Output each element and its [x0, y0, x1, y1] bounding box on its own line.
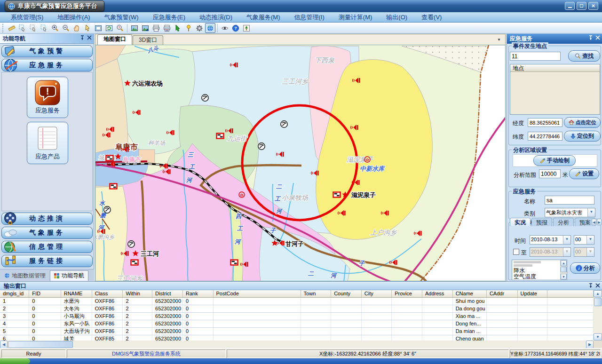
- visibility-eye-icon[interactable]: [220, 23, 230, 33]
- legend-tree-icon[interactable]: [241, 23, 252, 33]
- help-icon[interactable]: ?: [230, 23, 241, 33]
- menu-item[interactable]: 信息管理(I): [287, 12, 332, 23]
- sidebar-item-weather-service[interactable]: 气象服务: [1, 227, 93, 239]
- column-header[interactable]: RNAME: [61, 290, 92, 297]
- location-list-header[interactable]: 地点: [510, 64, 600, 72]
- menu-item[interactable]: 气象服务(M): [239, 12, 287, 23]
- menu-item[interactable]: 动态推演(D): [192, 12, 239, 23]
- hour-to-select[interactable]: 00▼: [574, 247, 594, 257]
- select-zoom-icon[interactable]: [28, 23, 39, 33]
- menu-item[interactable]: 测量计算(M): [332, 12, 380, 23]
- pin-icon[interactable]: [588, 283, 593, 288]
- zoom-in-icon[interactable]: [50, 23, 60, 33]
- table-row[interactable]: 60城关OXFF8526523020000Cheng guan: [0, 335, 594, 340]
- table-row[interactable]: 50大面场子沟OXFF8626523020000Da mian ...: [0, 327, 594, 335]
- tab-map-data-management[interactable]: 地图数据管理: [0, 270, 50, 281]
- output-horizontal-scrollbar[interactable]: ◀ ▶: [0, 340, 594, 348]
- identify-icon[interactable]: ?: [115, 23, 125, 33]
- to-checkbox[interactable]: [513, 249, 519, 255]
- start-button-fragment[interactable]: [0, 358, 30, 364]
- column-header[interactable]: Rank: [182, 290, 213, 297]
- printer-color-icon[interactable]: [162, 23, 172, 33]
- sidebar-item-dynamic-deduction[interactable]: 动态推演: [1, 213, 93, 225]
- column-header[interactable]: FID: [29, 290, 61, 297]
- layer-image-icon[interactable]: [129, 23, 140, 33]
- emergency-product-shortcut[interactable]: 应急产品: [27, 122, 68, 164]
- service-tab[interactable]: 分析: [553, 218, 574, 226]
- scroll-thumb[interactable]: [594, 298, 602, 306]
- list-scroll-up-icon[interactable]: ▲: [561, 260, 567, 266]
- pan-hand-icon[interactable]: [71, 23, 82, 33]
- location-search-input[interactable]: [510, 52, 561, 61]
- tab-map-window[interactable]: 地图窗口: [97, 34, 132, 45]
- select-copy-icon[interactable]: [17, 23, 28, 33]
- close-panel-icon[interactable]: [595, 283, 600, 288]
- printer-icon[interactable]: [151, 23, 161, 33]
- column-header[interactable]: District: [152, 290, 183, 297]
- settings-gear-icon[interactable]: [194, 23, 205, 33]
- menu-item[interactable]: 应急服务(E): [146, 12, 192, 23]
- set-range-button[interactable]: 设置: [569, 168, 599, 179]
- table-row[interactable]: 20大冬沟OXFF8626523020000Da dong gou: [0, 305, 594, 312]
- service-tab[interactable]: 预报: [531, 218, 552, 226]
- list-item[interactable]: 空气温度: [512, 274, 567, 280]
- hour-from-select[interactable]: 00▼: [574, 235, 594, 245]
- restore-button[interactable]: [577, 2, 586, 10]
- scroll-left-icon[interactable]: ◀: [0, 340, 8, 348]
- column-header[interactable]: Within: [123, 290, 152, 297]
- column-header[interactable]: PostCode: [213, 290, 301, 297]
- menu-item[interactable]: 地图操作(A): [50, 12, 97, 23]
- globe-3d-icon[interactable]: [205, 23, 215, 33]
- tab-function-nav[interactable]: 功能导航: [50, 270, 88, 281]
- sidebar-item-emergency-service[interactable]: 应急服务: [1, 59, 93, 71]
- click-locate-button[interactable]: 点击定位: [564, 117, 601, 128]
- menu-item[interactable]: 查看(V): [414, 12, 449, 23]
- date-from-select[interactable]: 2010-08-13▼: [530, 235, 571, 245]
- column-header[interactable]: Update: [517, 290, 547, 297]
- service-type-select[interactable]: 气象和洪水灾害▼: [545, 208, 595, 217]
- full-extent-icon[interactable]: [93, 23, 103, 33]
- list-scroll-thumb[interactable]: [561, 267, 567, 272]
- pin-icon[interactable]: [588, 35, 593, 40]
- list-scroll-down-icon[interactable]: ▼: [561, 274, 567, 280]
- tab-list-dropdown-icon[interactable]: ▼: [495, 36, 503, 43]
- manual-draw-button[interactable]: 手动绘制: [533, 155, 576, 166]
- sidebar-item-weather-warning[interactable]: 气象预警: [1, 45, 93, 57]
- analyze-button[interactable]: i 分析: [570, 262, 600, 274]
- column-header[interactable]: Town: [301, 290, 331, 297]
- scroll-up-icon[interactable]: ▲: [594, 290, 602, 297]
- locate-to-button[interactable]: 定位到: [564, 131, 601, 142]
- scroll-thumb[interactable]: [8, 341, 73, 348]
- green-pointer-icon[interactable]: [173, 23, 183, 33]
- column-header[interactable]: Address: [422, 290, 452, 297]
- close-panel-icon[interactable]: [595, 35, 600, 40]
- column-header[interactable]: Provice: [392, 290, 422, 297]
- sidebar-item-service-links[interactable]: 服务链接: [1, 255, 93, 267]
- refresh-view-icon[interactable]: [104, 23, 114, 33]
- service-tab[interactable]: 实况: [510, 218, 531, 226]
- analysis-range-input[interactable]: [539, 169, 561, 178]
- longitude-input[interactable]: [528, 118, 562, 127]
- analysis-item-list[interactable]: 降水空气温度 ▲ ▼: [512, 260, 567, 280]
- date-to-select[interactable]: 2010-08-13▼: [530, 247, 571, 257]
- select-pan-icon[interactable]: [39, 23, 49, 33]
- tabs-scroll-right-icon[interactable]: ▶: [597, 219, 602, 225]
- scroll-down-icon[interactable]: ▼: [594, 333, 602, 340]
- service-name-input[interactable]: [545, 196, 594, 205]
- tab-3d-window[interactable]: 3D窗口: [133, 35, 163, 45]
- column-header[interactable]: City: [361, 290, 391, 297]
- menu-item[interactable]: 气象预警(W): [97, 12, 146, 23]
- table-row[interactable]: 40东风一小队OXFF8626523020000Dong fen...: [0, 320, 594, 327]
- zoom-out-icon[interactable]: [61, 23, 71, 33]
- place-pin-icon[interactable]: [183, 23, 194, 33]
- menu-item[interactable]: 输出(O): [379, 12, 414, 23]
- column-header[interactable]: CName: [452, 290, 486, 297]
- column-header[interactable]: County: [331, 290, 362, 297]
- scroll-right-icon[interactable]: ▶: [586, 340, 594, 348]
- pointer-icon[interactable]: [82, 23, 93, 33]
- column-header[interactable]: CAddr: [486, 290, 517, 297]
- location-result-list[interactable]: 地点: [510, 64, 600, 115]
- close-button[interactable]: ✕: [588, 2, 598, 10]
- output-table[interactable]: dmgis_idFIDRNAMEClassWithinDistrictRankP…: [0, 290, 594, 340]
- menu-item[interactable]: 系统管理(S): [4, 12, 50, 23]
